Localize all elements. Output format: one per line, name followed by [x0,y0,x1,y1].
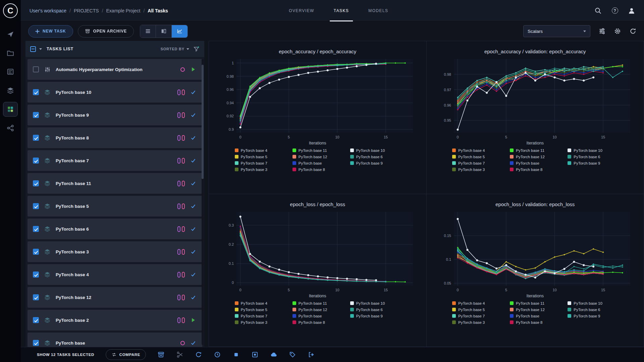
legend-item[interactable]: PyTorch base 5 [235,154,285,160]
legend-item[interactable]: PyTorch base [510,160,560,166]
legend-item[interactable]: PyTorch base 9 [568,160,618,166]
task-row[interactable]: PyTorch base 4 [28,264,202,285]
legend-item[interactable]: PyTorch base 9 [568,313,618,319]
legend-item[interactable]: PyTorch base 12 [510,306,560,313]
select-all-chevron-icon[interactable] [39,48,42,50]
legend-item[interactable]: PyTorch base 7 [235,160,285,166]
breadcrumb-item[interactable]: PROJECTS [74,8,99,13]
legend-item[interactable]: PyTorch base 8 [292,319,343,325]
sidebar-reports-icon[interactable] [3,64,18,79]
task-checkbox[interactable] [33,180,39,186]
reset-action-icon[interactable] [214,351,221,358]
task-row[interactable]: PyTorch base 9 [28,105,202,125]
publish-action-icon[interactable] [270,351,277,358]
scalar-plot[interactable]: 0510150.050.10.15 [434,208,636,295]
task-row[interactable]: PyTorch base 5 [28,196,202,217]
task-checkbox[interactable] [33,294,39,300]
legend-item[interactable]: PyTorch base 3 [235,319,285,325]
scalar-plot[interactable]: 05101500.10.20.3 [217,208,418,295]
sidebar-workers-icon[interactable] [3,121,18,135]
legend-item[interactable]: PyTorch base 10 [350,300,400,306]
task-checkbox[interactable] [33,226,39,232]
task-row[interactable]: PyTorch base 12 [28,287,202,308]
compare-button[interactable]: COMPARE [106,349,146,360]
task-checkbox[interactable] [33,340,39,346]
task-checkbox[interactable] [33,135,39,141]
legend-item[interactable]: PyTorch base 11 [292,300,343,306]
tasks-scrollbar[interactable] [202,59,204,345]
legend-item[interactable]: PyTorch base 4 [235,147,285,154]
legend-item[interactable]: PyTorch base 4 [235,300,285,306]
task-checkbox[interactable] [33,89,39,95]
task-row[interactable]: PyTorch base 3 [28,241,202,262]
task-checkbox[interactable] [33,66,39,72]
task-row[interactable]: PyTorch base 11 [28,173,202,194]
split-view-button[interactable] [156,25,172,38]
legend-item[interactable]: PyTorch base [292,313,343,319]
legend-item[interactable]: PyTorch base [292,160,343,166]
show-selected-button[interactable]: SHOW 12 TASKS SELECTED [37,353,94,357]
sidebar-pipelines-icon[interactable] [3,102,18,117]
legend-item[interactable]: PyTorch base 10 [568,300,618,306]
legend-item[interactable]: PyTorch base 12 [292,306,343,313]
abort-action-icon[interactable] [232,351,240,358]
breadcrumb-item[interactable]: Example Project [106,8,141,13]
select-all-checkbox[interactable] [30,46,36,52]
task-checkbox[interactable] [33,317,39,323]
archive-action-icon[interactable] [157,351,165,358]
table-view-button[interactable] [140,25,156,38]
legend-item[interactable]: PyTorch base 7 [452,313,502,319]
task-checkbox[interactable] [33,272,39,278]
chart-view-button[interactable] [172,25,187,38]
task-row[interactable]: PyTorch base [28,333,202,347]
legend-item[interactable]: PyTorch base 9 [350,313,400,319]
legend-item[interactable]: PyTorch base 4 [452,147,502,154]
open-archive-button[interactable]: OPEN ARCHIVE [78,25,134,38]
help-icon[interactable]: ? [611,7,619,14]
scrollbar-thumb[interactable] [202,65,204,179]
legend-item[interactable]: PyTorch base 7 [452,160,502,166]
task-row[interactable]: PyTorch base 7 [28,150,202,171]
tab-overview[interactable]: OVERVIEW [287,0,316,21]
sorted-by-control[interactable]: SORTED BY [161,47,189,51]
search-icon[interactable] [594,7,602,14]
legend-item[interactable]: PyTorch base 8 [292,166,343,173]
task-checkbox[interactable] [33,249,39,255]
tags-action-icon[interactable] [289,351,296,358]
legend-item[interactable]: PyTorch base 8 [510,319,560,325]
task-checkbox[interactable] [33,203,39,209]
legend-item[interactable]: PyTorch base 11 [292,147,343,154]
legend-item[interactable]: PyTorch base 3 [452,166,502,173]
move-to-project-action-icon[interactable] [308,351,315,358]
legend-item[interactable]: PyTorch base 9 [350,160,400,166]
scalar-plot[interactable]: 0510150.950.960.970.98 [434,56,636,142]
task-row[interactable]: PyTorch base 6 [28,219,202,239]
legend-item[interactable]: PyTorch base 12 [292,154,343,160]
legend-item[interactable]: PyTorch base 8 [510,166,560,173]
legend-item[interactable]: PyTorch base 3 [235,166,285,173]
clearml-logo[interactable]: C [3,3,18,18]
task-row[interactable]: PyTorch base 2 [28,310,202,330]
tab-models[interactable]: MODELS [367,0,389,21]
legend-item[interactable]: PyTorch base [510,313,560,319]
abort-all-action-icon[interactable] [251,351,259,358]
filter-icon[interactable] [193,46,200,52]
task-row[interactable]: PyTorch base 8 [28,127,202,148]
tab-tasks[interactable]: TASKS [332,0,350,21]
legend-item[interactable]: PyTorch base 10 [350,147,400,154]
task-checkbox[interactable] [33,112,39,118]
retry-action-icon[interactable] [195,351,202,358]
tune-icon[interactable] [598,27,606,35]
scalar-plot[interactable]: 0510150.90.920.940.960.981 [217,56,418,142]
legend-item[interactable]: PyTorch base 11 [510,300,560,306]
task-row[interactable]: PyTorch base 10 [28,82,202,103]
legend-item[interactable]: PyTorch base 5 [452,154,502,160]
breadcrumb-item[interactable]: All Tasks [148,8,168,13]
legend-item[interactable]: PyTorch base 5 [452,306,502,313]
legend-item[interactable]: PyTorch base 6 [568,306,618,313]
sidebar-dashboard-icon[interactable] [3,27,18,42]
sidebar-datasets-icon[interactable] [3,83,18,98]
legend-item[interactable]: PyTorch base 11 [510,147,560,154]
auto-refresh-icon[interactable] [629,27,637,35]
legend-item[interactable]: PyTorch base 12 [510,154,560,160]
